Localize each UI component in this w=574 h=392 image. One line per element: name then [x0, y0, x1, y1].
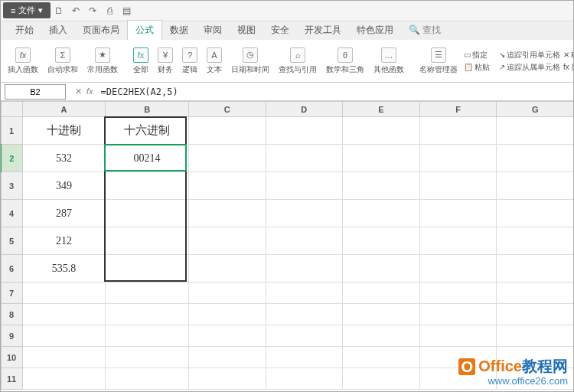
cell-b1[interactable]: 十六进制 [106, 117, 189, 145]
row-header[interactable]: 4 [1, 200, 22, 227]
other-fn-button[interactable]: …其他函数 [370, 47, 407, 75]
tab-dev[interactable]: 开发工具 [297, 21, 349, 40]
cell[interactable] [188, 347, 266, 368]
tab-search[interactable]: 🔍 查找 [401, 21, 448, 40]
cell[interactable] [266, 200, 343, 227]
col-header-c[interactable]: C [188, 102, 266, 117]
insert-function-button[interactable]: fx插入函数 [5, 47, 41, 75]
col-header-d[interactable]: D [266, 102, 343, 117]
row-header[interactable]: 8 [1, 304, 22, 325]
cell-b6[interactable] [106, 255, 189, 283]
cell[interactable] [343, 117, 420, 145]
cell[interactable] [188, 145, 266, 172]
remove-arrows-button[interactable]: ✕ 移去箭头▾ [563, 50, 574, 60]
trace-precedents-button[interactable]: ↘ 追踪引用单元格 [499, 50, 560, 60]
cell[interactable] [106, 304, 189, 325]
text-fn-button[interactable]: A文本 [204, 47, 225, 75]
row-header[interactable]: 11 [1, 368, 22, 390]
cell-a6[interactable]: 535.8 [22, 255, 106, 283]
cell-a2[interactable]: 532 [22, 145, 106, 172]
tab-formula[interactable]: 公式 [127, 20, 162, 40]
cell[interactable] [497, 283, 574, 304]
tab-view[interactable]: 视图 [230, 21, 263, 40]
cell[interactable] [419, 283, 497, 304]
cell[interactable] [106, 347, 189, 368]
tab-layout[interactable]: 页面布局 [75, 21, 127, 40]
cell[interactable] [497, 172, 574, 200]
tab-special[interactable]: 特色应用 [349, 21, 401, 40]
fx-icon[interactable]: fx [86, 87, 93, 96]
row-header[interactable]: 1 [1, 117, 22, 145]
cell[interactable] [266, 145, 343, 172]
cell[interactable] [419, 145, 497, 172]
cell[interactable] [497, 325, 574, 347]
cell[interactable] [419, 172, 497, 200]
cell[interactable] [343, 283, 420, 304]
col-header-e[interactable]: E [343, 102, 420, 117]
cell[interactable] [266, 304, 343, 325]
cell[interactable] [188, 172, 266, 200]
cell[interactable] [188, 368, 266, 390]
cell[interactable] [106, 368, 189, 390]
cell[interactable] [22, 325, 106, 347]
cell[interactable] [343, 227, 420, 255]
cell[interactable] [497, 200, 574, 227]
cell[interactable] [266, 368, 343, 390]
cell[interactable] [22, 368, 106, 390]
cell[interactable] [419, 227, 497, 255]
datetime-fn-button[interactable]: ◷日期和时间 [228, 47, 272, 75]
paste-name-button[interactable]: 📋 粘贴 [464, 62, 490, 73]
show-formula-button[interactable]: fx 显示公式 [563, 62, 574, 73]
col-header-b[interactable]: B [106, 102, 189, 117]
cell-a5[interactable]: 212 [22, 227, 106, 255]
row-header[interactable]: 2 [1, 145, 22, 172]
cell-b5[interactable] [106, 227, 189, 255]
col-header-f[interactable]: F [419, 102, 497, 117]
cell[interactable] [188, 255, 266, 283]
cell[interactable] [343, 368, 420, 390]
cell[interactable] [343, 347, 420, 368]
cell[interactable] [497, 117, 574, 145]
cell[interactable] [188, 283, 266, 304]
trace-dependents-button[interactable]: ↗ 追踪从属单元格 [499, 62, 560, 73]
cell[interactable] [419, 117, 497, 145]
select-all-corner[interactable] [1, 102, 22, 117]
redo-icon[interactable]: ↷ [86, 5, 99, 17]
row-header[interactable]: 10 [1, 347, 22, 368]
tab-security[interactable]: 安全 [263, 21, 297, 40]
cell[interactable] [419, 200, 497, 227]
file-menu-button[interactable]: ≡ 文件 ▾ [3, 2, 51, 18]
cell[interactable] [266, 325, 343, 347]
cell[interactable] [343, 325, 420, 347]
cell[interactable] [497, 255, 574, 283]
cell[interactable] [343, 255, 420, 283]
cell-b4[interactable] [106, 200, 189, 227]
row-header[interactable]: 6 [1, 255, 22, 283]
cell-b2[interactable]: 00214 [106, 145, 189, 172]
cell[interactable] [497, 145, 574, 172]
autosum-button[interactable]: Σ自动求和 [44, 47, 81, 75]
cell[interactable] [343, 200, 420, 227]
undo-icon[interactable]: ↶ [70, 5, 82, 17]
cell[interactable] [188, 227, 266, 255]
logic-fn-button[interactable]: ?逻辑 [179, 47, 201, 75]
col-header-g[interactable]: G [497, 102, 574, 117]
formula-input[interactable]: =DEC2HEX(A2,5) [98, 87, 574, 97]
row-header[interactable]: 7 [1, 283, 22, 304]
preview-icon[interactable]: ▤ [120, 5, 132, 17]
cell[interactable] [188, 325, 266, 347]
cell[interactable] [188, 117, 266, 145]
tab-insert[interactable]: 插入 [41, 21, 75, 40]
tab-review[interactable]: 审阅 [196, 21, 230, 40]
name-manager-button[interactable]: ☰名称管理器 [416, 47, 461, 75]
cell[interactable] [419, 304, 497, 325]
cell[interactable] [106, 325, 189, 347]
cell[interactable] [266, 172, 343, 200]
cell[interactable] [266, 117, 343, 145]
col-header-a[interactable]: A [22, 102, 106, 117]
cell[interactable] [188, 304, 266, 325]
cell[interactable] [188, 200, 266, 227]
cell[interactable] [22, 347, 106, 368]
all-fn-button[interactable]: fx全部 [130, 47, 152, 75]
cell-a3[interactable]: 349 [22, 172, 106, 200]
